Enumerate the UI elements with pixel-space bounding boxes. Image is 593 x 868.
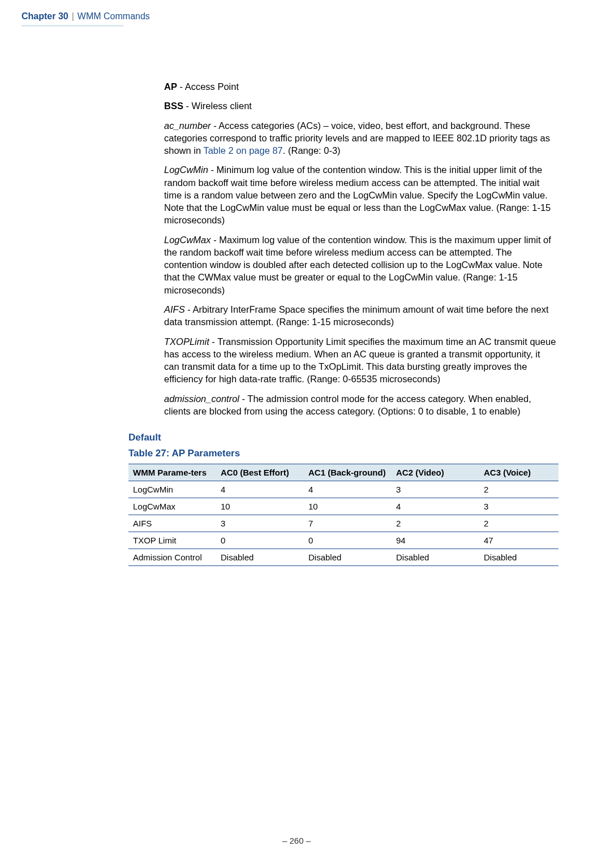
- ap-desc: - Access Point: [177, 81, 239, 92]
- ac-number-term: ac_number: [164, 120, 211, 131]
- ap-term: AP: [164, 81, 177, 92]
- table-cell: 0: [304, 532, 392, 549]
- logcwmin-definition: LogCwMin - Minimum log value of the cont…: [164, 163, 556, 226]
- section-title: WMM Commands: [78, 11, 150, 21]
- table-header: AC0 (Best Effort): [216, 464, 304, 481]
- table-cell: LogCwMin: [128, 481, 216, 498]
- chapter-label: Chapter 30: [22, 11, 68, 21]
- table-cell: 2: [392, 515, 479, 532]
- table-header: WMM Parame-ters: [128, 464, 216, 481]
- header-underline: [22, 25, 123, 27]
- table-cell: AIFS: [128, 515, 216, 532]
- page-header: Chapter 30 | WMM Commands: [0, 0, 593, 21]
- table-cell: Disabled: [216, 549, 304, 566]
- table-cell: 94: [392, 532, 479, 549]
- table-cell: TXOP Limit: [128, 532, 216, 549]
- logcwmax-definition: LogCwMax - Maximum log value of the cont…: [164, 234, 556, 296]
- table-cell: 7: [304, 515, 392, 532]
- ac-number-definition: ac_number - Access categories (ACs) – vo…: [164, 119, 556, 157]
- txop-definition: TXOPLimit - Transmission Opportunity Lim…: [164, 335, 556, 386]
- header-divider: |: [72, 11, 74, 21]
- table-cell: 4: [216, 481, 304, 498]
- table-cell: 4: [304, 481, 392, 498]
- table-header: AC1 (Back-ground): [304, 464, 392, 481]
- logcwmin-desc: - Minimum log value of the contention wi…: [164, 165, 551, 225]
- txop-desc: - Transmission Opportunity Limit specifi…: [164, 336, 556, 385]
- table-cell: Admission Control: [128, 549, 216, 566]
- aifs-desc: - Arbitrary InterFrame Space specifies t…: [164, 304, 549, 327]
- ap-definition: AP - Access Point: [164, 80, 556, 93]
- page-number: – 260 –: [0, 836, 593, 845]
- table-row: LogCwMax 10 10 4 3: [128, 498, 558, 515]
- bss-definition: BSS - Wireless client: [164, 100, 556, 112]
- table-cell: Disabled: [392, 549, 479, 566]
- txop-term: TXOPLimit: [164, 336, 209, 347]
- table-header: AC3 (Voice): [479, 464, 558, 481]
- bss-desc: - Wireless client: [183, 101, 252, 111]
- table-caption: Table 27: AP Parameters: [128, 448, 593, 459]
- admission-control-definition: admission_control - The admission contro…: [164, 392, 556, 418]
- aifs-term: AIFS: [164, 304, 185, 314]
- table-cell: 0: [216, 532, 304, 549]
- table-row: Admission Control Disabled Disabled Disa…: [128, 549, 558, 566]
- ac-number-desc-2: . (Range: 0-3): [283, 145, 341, 156]
- ap-parameters-table: WMM Parame-ters AC0 (Best Effort) AC1 (B…: [128, 464, 558, 566]
- bss-term: BSS: [164, 101, 183, 111]
- table-header: AC2 (Video): [392, 464, 479, 481]
- table-cell: 2: [479, 481, 558, 498]
- table-cell: 47: [479, 532, 558, 549]
- default-heading: Default: [128, 432, 593, 443]
- logcwmax-desc: - Maximum log value of the contention wi…: [164, 235, 551, 295]
- table-header-row: WMM Parame-ters AC0 (Best Effort) AC1 (B…: [128, 464, 558, 481]
- table-cell: Disabled: [304, 549, 392, 566]
- table-cell: Disabled: [479, 549, 558, 566]
- table-row: AIFS 3 7 2 2: [128, 515, 558, 532]
- table-row: LogCwMin 4 4 3 2: [128, 481, 558, 498]
- adm-term: admission_control: [164, 394, 239, 404]
- table-row: TXOP Limit 0 0 94 47: [128, 532, 558, 549]
- table-cell: 3: [479, 498, 558, 515]
- logcwmin-term: LogCwMin: [164, 165, 208, 175]
- table-cell: 4: [392, 498, 479, 515]
- table-cell: 3: [216, 515, 304, 532]
- table-cell: 3: [392, 481, 479, 498]
- main-content: AP - Access Point BSS - Wireless client …: [164, 80, 556, 417]
- table-cell: 10: [304, 498, 392, 515]
- table-cell: 10: [216, 498, 304, 515]
- table-link[interactable]: Table 2 on page 87: [203, 145, 282, 156]
- table-cell: 2: [479, 515, 558, 532]
- aifs-definition: AIFS - Arbitrary InterFrame Space specif…: [164, 303, 556, 329]
- table-cell: LogCwMax: [128, 498, 216, 515]
- logcwmax-term: LogCwMax: [164, 235, 211, 245]
